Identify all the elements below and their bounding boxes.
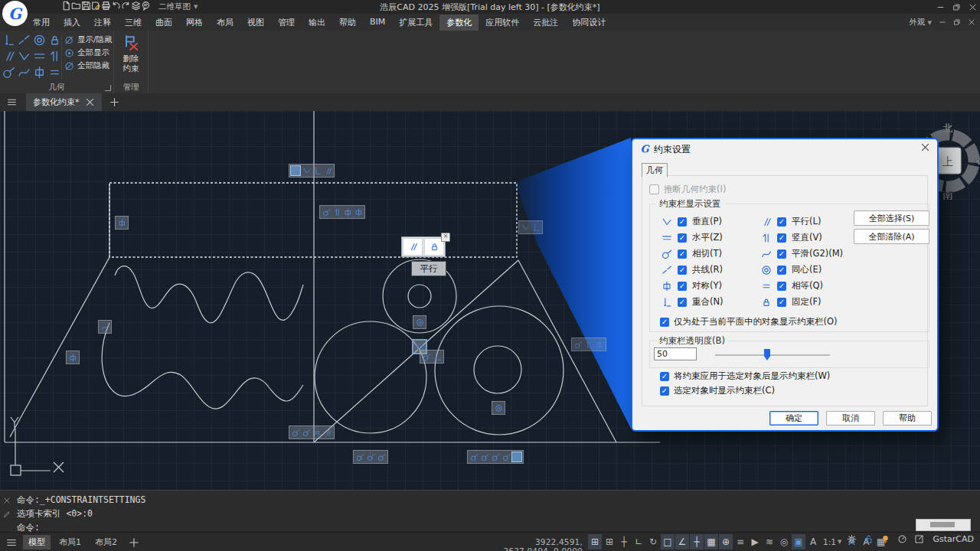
constraint-bar[interactable] (492, 401, 505, 415)
gauge-icon[interactable] (897, 534, 907, 544)
zoom-preview[interactable]: ◎ (777, 534, 791, 549)
clean-icon[interactable] (914, 534, 924, 544)
dialog-launcher-icon[interactable] (105, 85, 111, 91)
layout-tab[interactable]: 模型 (23, 535, 51, 549)
layout-tab[interactable]: 布局1 (54, 535, 87, 549)
undo-icon[interactable] (111, 1, 121, 11)
bulb-icon[interactable] (880, 534, 890, 544)
layersq-icon[interactable] (131, 1, 141, 11)
show-all-button[interactable]: 全部显示 (64, 47, 113, 58)
minimize-icon[interactable] (936, 3, 945, 11)
new-tab-icon[interactable] (109, 97, 119, 107)
clear-all-button[interactable]: 全部清除(A) (854, 229, 929, 244)
fix-icon[interactable] (48, 34, 61, 47)
constraint-bar[interactable] (420, 350, 444, 364)
dynamic-input[interactable]: ⊕ (719, 534, 733, 549)
clean-screen-toggle[interactable]: ▣ (792, 534, 805, 549)
restore-icon[interactable] (953, 18, 961, 26)
ribbon-tab[interactable]: BIM (363, 15, 392, 31)
annotation-scale-icon[interactable]: A (806, 534, 820, 549)
vertical-icon[interactable] (48, 50, 61, 63)
close-icon[interactable] (3, 497, 11, 504)
constraint-bar[interactable] (115, 216, 129, 230)
constraint-bar[interactable] (467, 450, 524, 464)
file-icon[interactable] (61, 1, 71, 11)
dialog-title-bar[interactable]: G 约束设置 (632, 139, 937, 158)
close-icon[interactable] (969, 3, 977, 11)
tab-geometry[interactable]: 几何 (642, 163, 668, 178)
constraint-bar[interactable] (289, 425, 335, 439)
ribbon-tab[interactable]: 三维 (118, 15, 149, 31)
close-icon[interactable] (85, 97, 95, 107)
close-icon[interactable]: × (441, 233, 450, 242)
ribbon-tab[interactable]: 常用 (26, 15, 57, 31)
ribbon-tab[interactable]: 云批注 (526, 15, 565, 31)
command-line-panel[interactable]: 命令:_+CONSTRAINTSETTINGS选项卡索引 <0>:0命令: (0, 490, 980, 533)
polar-tracking[interactable]: ↻ (646, 534, 660, 549)
equal-icon[interactable] (48, 66, 61, 79)
appearance-menu[interactable]: 外观 ▼ (909, 17, 932, 28)
close-icon[interactable] (968, 18, 975, 26)
ribbon-tab[interactable]: 插入 (57, 15, 87, 31)
concentric-icon[interactable] (33, 34, 46, 47)
ortho-mode[interactable]: ∟ (632, 534, 645, 549)
gear-icon[interactable] (847, 534, 857, 544)
parallel-icon[interactable] (2, 50, 15, 63)
lineweight-display[interactable]: ≡ (733, 534, 747, 549)
hatch-display[interactable]: ▦ (704, 534, 718, 549)
workspace-selector[interactable]: 二维草图 ▼ (158, 2, 198, 12)
saveas-icon[interactable] (91, 1, 101, 11)
constraint-bar[interactable] (66, 350, 80, 364)
constraint-bar[interactable] (518, 220, 543, 234)
grid-display[interactable]: ⊞ (603, 534, 616, 549)
annotation-scale[interactable]: 1:1▼ (821, 537, 844, 546)
collinear-icon[interactable] (18, 34, 31, 47)
help-button[interactable]: 帮助 (883, 411, 932, 425)
object-snap[interactable]: □ (661, 534, 675, 549)
menu-icon[interactable] (6, 537, 17, 548)
smooth-icon[interactable] (18, 66, 31, 79)
restore-icon[interactable] (952, 3, 961, 11)
constraint-bar[interactable] (571, 337, 606, 351)
ribbon-tab[interactable]: 帮助 (332, 15, 363, 31)
only-current-plane-checkbox[interactable]: ✓ 仅为处于当前平面中的对象显示约束栏(O) (660, 316, 838, 328)
coincident-icon[interactable] (2, 34, 15, 47)
snap-tracking[interactable]: ┼ (690, 534, 704, 549)
scrollbar-thumb[interactable] (930, 522, 955, 527)
ribbon-tab[interactable]: 网格 (179, 15, 210, 31)
ribbon-tab[interactable]: 布局 (210, 15, 240, 31)
ribbon-tab[interactable]: 管理 (271, 15, 302, 31)
redo-icon[interactable] (121, 1, 131, 11)
ribbon-tab[interactable]: 注释 (87, 15, 118, 31)
snap-mode[interactable]: ┼ (617, 534, 631, 549)
hide-all-button[interactable]: 全部隐藏 (64, 60, 113, 71)
snap-grid[interactable]: ⊞ (588, 534, 602, 549)
ribbon-tab[interactable]: 应用软件 (479, 15, 526, 31)
save-icon[interactable] (81, 1, 91, 11)
layer-isolate[interactable]: ≋ (763, 534, 776, 549)
ribbon-tab[interactable]: 协同设计 (565, 15, 612, 31)
delete-constraints-button[interactable]: 删除 约束 (118, 34, 144, 73)
chat-icon[interactable] (141, 1, 151, 11)
menu-icon[interactable] (7, 97, 17, 107)
app-logo[interactable]: G (2, 1, 28, 26)
transparency-input[interactable]: 50 (654, 347, 697, 360)
constraint-bar[interactable] (319, 205, 365, 219)
angle-override[interactable]: ∠ (675, 534, 689, 549)
perpendicular-icon[interactable] (18, 50, 31, 63)
show-hide-button[interactable]: 显示/隐藏 (64, 34, 113, 45)
document-tab[interactable]: 参数化约束* (26, 93, 102, 111)
infer-constraints-checkbox[interactable]: 推断几何约束(I) (649, 184, 726, 195)
ok-button[interactable]: 确定 (769, 411, 818, 425)
symmetric-icon[interactable] (33, 66, 46, 79)
tangent-icon[interactable] (2, 66, 15, 79)
ribbon-tab[interactable]: 扩展工具 (392, 15, 439, 31)
constraint-bar[interactable] (98, 320, 112, 334)
ribbon-tab[interactable]: 输出 (302, 15, 332, 31)
constraint-bar[interactable] (413, 315, 426, 329)
ribbon-tab[interactable]: 曲面 (149, 15, 179, 31)
layout-tab[interactable]: 布局2 (90, 535, 122, 549)
cancel-button[interactable]: 取消 (826, 411, 875, 425)
constraint-bar[interactable]: × (401, 236, 446, 257)
horizontal-icon[interactable] (33, 50, 46, 63)
